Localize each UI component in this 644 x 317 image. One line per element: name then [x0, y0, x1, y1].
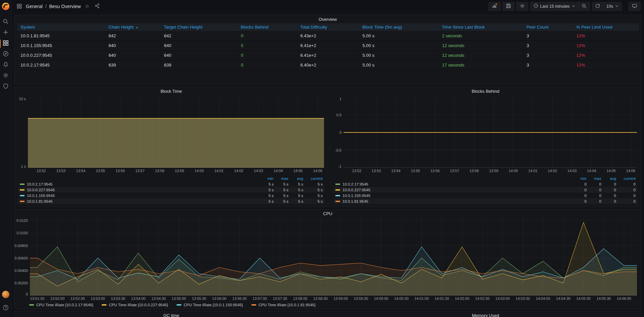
cycle-view-mode-button[interactable] [629, 2, 641, 11]
table-cell: 639 [160, 60, 237, 70]
breadcrumb-title[interactable]: Besu Overview [49, 4, 81, 9]
x-axis-tick: 13:56 [430, 169, 440, 173]
save-dashboard-button[interactable] [503, 2, 514, 11]
table-cell: 10.0.1.155:9545 [17, 41, 105, 50]
panel-block-time: Block Time 10 s1 s 13:5213:5313:5413:551… [14, 87, 328, 207]
add-panel-button[interactable] [489, 2, 501, 11]
cpu-chart[interactable] [30, 217, 637, 295]
column-header[interactable]: Block Time (5m avg) [359, 23, 439, 31]
legend-stat-value: 5 s [274, 199, 288, 203]
x-axis-tick: 14:05:00 [576, 296, 591, 301]
legend-stat-header[interactable]: current [303, 176, 323, 181]
legend-stat-value: 0 [601, 199, 616, 203]
x-axis-tick: 13:52:30 [71, 296, 85, 301]
x-axis-tick: 13:56 [116, 169, 125, 173]
panel-title-block-time[interactable]: Block Time [14, 87, 328, 95]
legend-item[interactable]: CPU Time IRate [10.0.1.81:9545] [251, 303, 315, 307]
panel-title-cpu[interactable]: CPU [14, 209, 641, 217]
x-axis-tick: 14:00:30 [394, 296, 409, 301]
column-header[interactable]: % Peer Limit Used [573, 23, 639, 31]
column-header[interactable]: Peer Count [523, 23, 573, 31]
legend-row: 10.0.0.227:95455 s5 s5 s5 s [18, 187, 325, 193]
legend-series-name[interactable]: 10.0.2.17:9545 [20, 182, 259, 186]
sidebar-item-search[interactable] [0, 17, 11, 28]
refresh-button[interactable] [592, 2, 603, 11]
block-time-chart[interactable] [28, 97, 324, 168]
legend-stat-value: 0 [587, 194, 601, 198]
table-cell: 10.0.0.227:9545 [17, 50, 105, 60]
dashboard-settings-button[interactable] [516, 2, 528, 11]
sidebar-item-server-admin[interactable] [0, 81, 11, 92]
column-header[interactable]: Total Difficulty [297, 23, 359, 31]
user-avatar[interactable] [2, 291, 9, 298]
legend-series-name[interactable]: 10.0.1.155:9545 [20, 194, 259, 198]
zoom-out-button[interactable] [579, 2, 590, 11]
legend-stat-header[interactable]: current [616, 176, 636, 181]
legend-swatch-icon [20, 195, 25, 196]
x-axis-tick: 14:02 [548, 169, 557, 173]
x-axis-tick: 13:59 [175, 169, 184, 173]
legend-stat-header[interactable]: max [587, 176, 601, 181]
x-axis-tick: 13:56:30 [232, 296, 247, 301]
share-dashboard-button[interactable] [93, 3, 101, 10]
x-axis-tick: 13:54 [391, 169, 401, 173]
refresh-interval-dropdown[interactable]: 10s [603, 2, 622, 11]
legend-series-name[interactable]: 10.0.0.227:9545 [20, 188, 259, 192]
x-axis-tick: 14:02:30 [475, 296, 490, 301]
grafana-logo[interactable] [1, 2, 10, 11]
sidebar-item-configuration[interactable] [0, 71, 11, 81]
sidebar-item-create[interactable] [0, 28, 11, 38]
table-cell: 12 seconds [439, 41, 523, 50]
legend-series-name[interactable]: 10.0.1.81:9545 [335, 199, 572, 203]
panel-title-blocks-behind[interactable]: Blocks Behind [330, 87, 641, 95]
legend-stat-value: 0 [572, 199, 587, 203]
column-header[interactable]: Time Since Last Block [439, 23, 523, 31]
legend-stat-value: 0 [601, 188, 616, 192]
breadcrumb-section[interactable]: General [26, 4, 43, 9]
legend-swatch-icon [20, 189, 25, 191]
legend-stat-header[interactable]: max [274, 176, 288, 181]
panel-cpu: CPU 0.01200.01000.008000.006000.004000.0… [14, 209, 641, 309]
star-dashboard-button[interactable]: ☆ [84, 3, 91, 9]
column-header[interactable]: Blocks Behind [237, 23, 297, 31]
sidebar-item-explore[interactable] [0, 49, 11, 60]
sidebar-item-dashboards[interactable] [0, 38, 11, 49]
save-icon [506, 3, 511, 9]
panel-title-overview[interactable]: Overview [14, 15, 641, 23]
y-axis-tick: 0.00600 [14, 256, 28, 260]
legend-item[interactable]: CPU Time IRate [10.0.1.155:9545] [177, 303, 243, 307]
blocks-behind-chart[interactable] [343, 97, 637, 168]
legend-row: 10.0.2.17:95450000 [333, 181, 638, 187]
legend-stat-value: 5 s [259, 199, 274, 203]
legend-stat-value: 5 s [274, 188, 288, 192]
x-axis-tick: 14:03 [254, 169, 263, 173]
legend-stat-value: 5 s [288, 188, 303, 192]
legend-series-name[interactable]: 10.0.1.81:9545 [20, 199, 259, 203]
legend-series-name[interactable]: 10.0.2.17:9545 [335, 182, 572, 186]
legend-stat-header[interactable]: avg [601, 176, 616, 181]
sidebar-item-alerting[interactable] [0, 60, 11, 71]
x-axis-tick: 14:02:00 [455, 296, 469, 301]
legend-item[interactable]: CPU Time IRate [10.0.2.17:9545] [29, 303, 93, 307]
x-axis-tick: 13:53:00 [91, 296, 105, 301]
legend-series-name[interactable]: 10.0.1.155:9545 [335, 194, 572, 198]
panel-title-memory-used[interactable]: Memory Used [330, 311, 641, 317]
panel-title-gc-time[interactable]: GC time [14, 311, 328, 317]
x-axis-tick: 13:59 [489, 169, 499, 173]
column-header[interactable]: System [17, 23, 105, 31]
legend-stat-header[interactable]: min [572, 176, 587, 181]
time-range-picker[interactable]: Last 15 minutes [530, 2, 579, 11]
legend-swatch-icon [335, 195, 340, 196]
legend-stat-header[interactable]: min [259, 176, 274, 181]
legend-series-name[interactable]: 10.0.0.227:9545 [335, 188, 572, 192]
table-cell: 0 [237, 50, 297, 60]
sidebar-item-help[interactable] [0, 303, 11, 314]
column-header[interactable]: Chain Height∨ [105, 23, 160, 31]
legend-stat-header[interactable]: avg [288, 176, 303, 181]
x-axis-tick: 14:00 [195, 169, 204, 173]
y-axis-tick: 10 s [19, 97, 26, 101]
table-cell: 5.00 s [359, 41, 439, 50]
legend-item[interactable]: CPU Time IRate [10.0.0.227:9545] [102, 303, 168, 307]
column-header[interactable]: Target Chain Height [160, 23, 237, 31]
legend-swatch-icon [29, 304, 34, 306]
